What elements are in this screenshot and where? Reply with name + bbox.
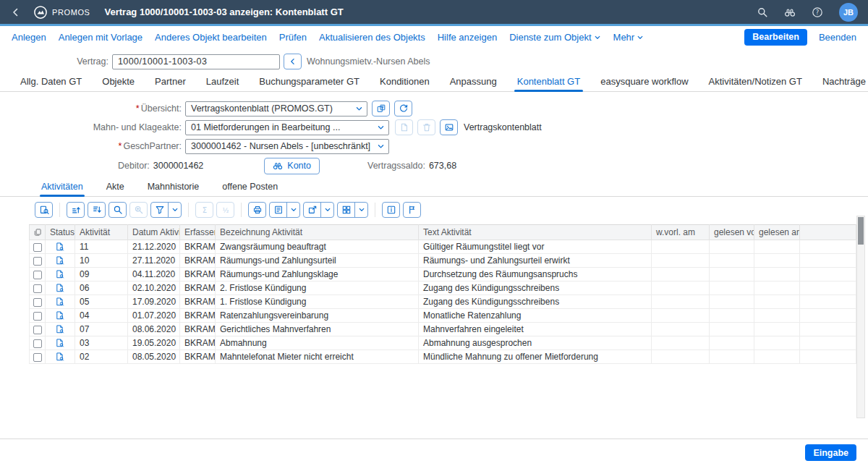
table-row[interactable]: 11 21.12.2020 BKRAMER Zwangsräumung beau… xyxy=(30,240,856,254)
print-button[interactable] xyxy=(248,202,266,218)
beenden-button[interactable]: Beenden xyxy=(819,32,856,43)
activity-status-icon[interactable] xyxy=(55,269,65,279)
subtab-aktivit-ten[interactable]: Aktivitäten xyxy=(40,179,85,196)
row-checkbox[interactable] xyxy=(33,353,42,362)
find-next-button[interactable] xyxy=(129,202,148,218)
layout-button[interactable] xyxy=(337,202,368,218)
tab-laufzeit[interactable]: Laufzeit xyxy=(196,72,250,91)
vertrag-input[interactable] xyxy=(112,54,280,69)
col-erfasser[interactable]: Erfasser xyxy=(180,225,216,240)
table-row[interactable]: 05 17.09.2020 BKRAMER 1. Fristlose Kündi… xyxy=(30,295,856,309)
scrollbar-thumb[interactable] xyxy=(858,217,864,245)
row-checkbox[interactable] xyxy=(33,243,42,252)
tab-kontenblatt-gt[interactable]: Kontenblatt GT xyxy=(507,72,590,91)
export-button[interactable] xyxy=(303,202,334,218)
info-button[interactable] xyxy=(382,202,400,218)
tab-allg-daten-gt[interactable]: Allg. Daten GT xyxy=(10,72,92,91)
tab-buchungsparameter-gt[interactable]: Buchungsparameter GT xyxy=(249,72,370,91)
subtotal-button[interactable] xyxy=(216,202,234,218)
help-icon[interactable] xyxy=(812,7,823,18)
col-datum-aktivitaet[interactable]: Datum Aktivität xyxy=(128,225,180,240)
cell-bezeichnung: 1. Fristlose Kündigung xyxy=(216,295,419,309)
menu-item-anlegen[interactable]: Anlegen xyxy=(12,32,46,43)
delete-akte-button[interactable] xyxy=(417,119,435,135)
uebersicht-select[interactable]: Vertragskontenblatt (PROMOS.GT) xyxy=(185,101,367,116)
tab-aktivit-ten-notizen-gt[interactable]: Aktivitäten/Notizen GT xyxy=(699,72,812,91)
views-button[interactable] xyxy=(269,202,300,218)
row-checkbox[interactable] xyxy=(33,326,42,334)
tab-konditionen[interactable]: Konditionen xyxy=(370,72,440,91)
table-row[interactable]: 06 02.10.2020 BKRAMER 2. Fristlose Kündi… xyxy=(30,281,856,295)
avatar[interactable]: JB xyxy=(839,3,858,22)
row-checkbox[interactable] xyxy=(33,298,42,307)
activity-status-icon[interactable] xyxy=(55,242,65,252)
filter-button[interactable] xyxy=(150,202,182,218)
table-row[interactable]: 07 08.06.2020 BKRAMER Gerichtliches Mahn… xyxy=(30,323,856,336)
col-bezeichnung-aktivitaet[interactable]: Bezeichnung Aktivität xyxy=(216,225,419,240)
table-row[interactable]: 10 27.11.2020 BKRAMER Räumungs-und Zahlu… xyxy=(30,254,856,268)
vertragskontenblatt-button[interactable] xyxy=(440,119,458,135)
sort-descending-button[interactable] xyxy=(88,202,106,218)
row-checkbox[interactable] xyxy=(33,312,42,321)
konto-button[interactable]: Konto xyxy=(264,158,320,174)
activity-status-icon[interactable] xyxy=(55,352,65,362)
eingabe-button[interactable]: Eingabe xyxy=(805,444,856,461)
col-status[interactable]: Status xyxy=(46,225,75,240)
menu-item-anderes-objekt-bearbeiten[interactable]: Anderes Objekt bearbeiten xyxy=(155,32,267,43)
subtab-offene-posten[interactable]: offene Posten xyxy=(221,179,279,196)
menu-item-mehr[interactable]: Mehr xyxy=(613,32,644,43)
sum-button[interactable] xyxy=(195,202,213,218)
row-checkbox[interactable] xyxy=(33,257,42,266)
back-button[interactable] xyxy=(10,7,22,18)
col-text-aktivitaet[interactable]: Text Aktivität xyxy=(419,225,652,240)
debitor-row: Debitor: 3000001462 Konto Vertragssaldo:… xyxy=(0,157,868,174)
menu-item-hilfe-anzeigen[interactable]: Hilfe anzeigen xyxy=(438,32,497,43)
find-button[interactable] xyxy=(109,202,127,218)
create-akte-button[interactable] xyxy=(395,119,413,135)
tab-anpassung[interactable]: Anpassung xyxy=(440,72,507,91)
subtab-mahnhistorie[interactable]: Mahnhistorie xyxy=(146,179,201,196)
details-button[interactable] xyxy=(35,202,53,218)
activity-status-icon[interactable] xyxy=(55,297,65,307)
col-wvorl-am[interactable]: w.vorl. am xyxy=(652,225,710,240)
menu-item-aktualisieren-des-objekts[interactable]: Aktualisieren des Objekts xyxy=(319,32,425,43)
activity-status-icon[interactable] xyxy=(55,255,65,266)
binoculars-icon[interactable] xyxy=(784,7,796,18)
col-aktivitaet[interactable]: Aktivität xyxy=(75,225,128,240)
search-icon[interactable] xyxy=(757,7,768,18)
row-checkbox[interactable] xyxy=(33,271,42,279)
activity-status-icon[interactable] xyxy=(55,310,65,321)
sort-ascending-button[interactable] xyxy=(67,202,85,218)
activity-status-icon[interactable] xyxy=(55,283,65,293)
bearbeiten-button[interactable]: Bearbeiten xyxy=(744,29,807,46)
table-scrollbar[interactable] xyxy=(856,216,865,418)
select-all-icon[interactable] xyxy=(33,228,42,237)
tab-objekte[interactable]: Objekte xyxy=(92,72,145,91)
tab-partner[interactable]: Partner xyxy=(145,72,196,91)
cell-wvorl-am xyxy=(652,323,710,336)
account-sheet-button[interactable] xyxy=(372,101,390,116)
previous-object-button[interactable] xyxy=(284,54,302,69)
menu-item-dienste-zum-objekt[interactable]: Dienste zum Objekt xyxy=(509,32,600,43)
menu-item-pr-fen[interactable]: Prüfen xyxy=(279,32,307,43)
tab-easysquare-workflow[interactable]: easysquare workflow xyxy=(590,72,698,91)
menu-item-anlegen-mit-vorlage[interactable]: Anlegen mit Vorlage xyxy=(59,32,142,43)
table-row[interactable]: 02 08.05.2020 BKRAMER Mahntelefonat Miet… xyxy=(30,350,856,364)
activity-status-icon[interactable] xyxy=(55,338,65,348)
table-row[interactable]: 03 19.05.2020 BKRAMER Abmahnung Abmahnun… xyxy=(30,336,856,350)
row-checkbox[interactable] xyxy=(33,339,42,348)
table-row[interactable]: 09 04.11.2020 BKRAMER Räumungs-und Zahlu… xyxy=(30,268,856,281)
flag-button[interactable] xyxy=(403,202,421,218)
refresh-button[interactable] xyxy=(394,101,412,116)
cell-wvorl-am xyxy=(652,309,710,323)
promos-logo: PROMOS xyxy=(33,5,90,20)
col-gelesen-von[interactable]: gelesen von xyxy=(710,225,754,240)
mahnakte-select[interactable]: 01 Mietforderungen in Bearbeitung ... xyxy=(185,120,389,135)
col-gelesen-am[interactable]: gelesen am xyxy=(754,225,800,240)
tab-nachtr-ge-gt[interactable]: Nachträge GT xyxy=(812,72,868,91)
activity-status-icon[interactable] xyxy=(55,324,65,334)
table-row[interactable]: 04 01.07.2020 BKRAMER Ratenzahlungsverei… xyxy=(30,309,856,323)
geschpartner-select[interactable]: 3000001462 - Nursen Abels - [unbeschränk… xyxy=(185,139,389,154)
subtab-akte[interactable]: Akte xyxy=(105,179,126,196)
row-checkbox[interactable] xyxy=(33,284,42,293)
